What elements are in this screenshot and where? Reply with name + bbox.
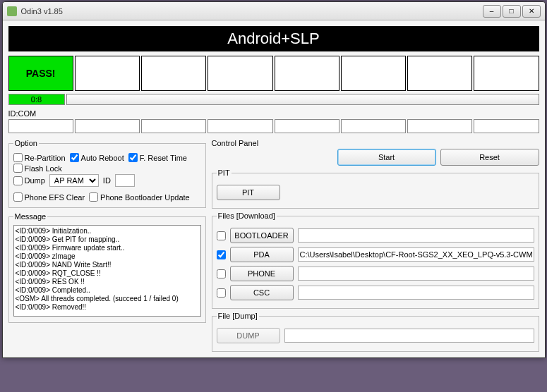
close-button[interactable]: ✕ [522,5,541,18]
slot-0-status: PASS! [8,56,73,91]
titlebar[interactable]: Odin3 v1.85 – □ ✕ [3,2,545,20]
pit-group: PIT PIT [212,169,539,209]
pit-button[interactable]: PIT [217,185,280,200]
slot-7-status [474,56,539,91]
status-slots: PASS! [8,56,539,91]
message-group: Message [8,212,206,323]
bootloader-path[interactable] [298,228,534,243]
pit-legend: PIT [217,169,232,177]
files-download-legend: Files [Download] [217,212,277,220]
idcom-7[interactable] [474,119,539,133]
option-group: Option Re-Partition Auto Reboot F. Reset… [8,139,206,208]
pda-button[interactable]: PDA [230,247,294,262]
auto-reboot-checkbox[interactable]: Auto Reboot [70,153,124,162]
idcom-3[interactable] [208,119,272,133]
app-icon [7,6,17,16]
control-panel-label: Control Panel [212,139,539,147]
slot-5-status [341,56,406,91]
window-title: Odin3 v1.85 [21,7,483,16]
idcom-4[interactable] [275,119,339,133]
slot-0-progress: 0:8 [8,94,65,105]
bootloader-checkbox[interactable] [217,231,226,240]
slot-6-status [407,56,472,91]
slot-1-status [75,56,140,91]
flash-lock-checkbox[interactable]: Flash Lock [13,164,62,173]
id-input[interactable] [115,174,135,187]
id-label: ID [103,176,111,185]
reset-button[interactable]: Reset [440,149,539,166]
minimize-button[interactable]: – [483,5,501,18]
idcom-6[interactable] [407,119,472,133]
option-legend: Option [13,139,39,147]
idcom-2[interactable] [141,119,206,133]
phone-path[interactable] [298,267,534,281]
message-legend: Message [13,212,48,221]
idcom-1[interactable] [75,119,140,133]
phone-bootloader-update-checkbox[interactable]: Phone Bootloader Update [89,192,190,202]
progress-row: 0:8 [8,94,539,105]
pda-path[interactable] [298,247,534,262]
dump-checkbox[interactable]: Dump [13,176,45,185]
csc-button[interactable]: CSC [230,285,294,300]
slot-4-status [275,56,339,91]
phone-button[interactable]: PHONE [230,266,294,281]
csc-checkbox[interactable] [217,288,226,298]
file-dump-legend: File [Dump] [217,312,259,320]
f-reset-time-checkbox[interactable]: F. Reset Time [128,153,187,162]
idcom-0[interactable] [8,119,73,133]
banner-title: Android+SLP [8,26,539,51]
slot-2-status [141,56,206,91]
bootloader-button[interactable]: BOOTLOADER [230,228,294,243]
maximize-button[interactable]: □ [503,5,521,18]
app-window: Odin3 v1.85 – □ ✕ Android+SLP PASS! 0:8 … [2,1,546,358]
file-dump-group: File [Dump] DUMP [212,312,539,352]
phone-efs-clear-checkbox[interactable]: Phone EFS Clear [13,192,85,202]
slot-3-status [208,56,272,91]
message-log[interactable] [13,225,201,317]
files-download-group: Files [Download] BOOTLOADER PDA PHONE [212,212,539,309]
phone-checkbox[interactable] [217,269,226,278]
dump-button[interactable]: DUMP [217,328,280,343]
idcom-label: ID:COM [8,109,539,118]
idcom-5[interactable] [341,119,406,133]
csc-path[interactable] [298,286,534,300]
re-partition-checkbox[interactable]: Re-Partition [13,153,66,162]
dump-path[interactable] [284,329,534,343]
dump-select[interactable]: AP RAM [49,174,99,187]
start-button[interactable]: Start [337,149,436,166]
progress-bar-rest [66,94,539,105]
pda-checkbox[interactable] [217,250,226,259]
